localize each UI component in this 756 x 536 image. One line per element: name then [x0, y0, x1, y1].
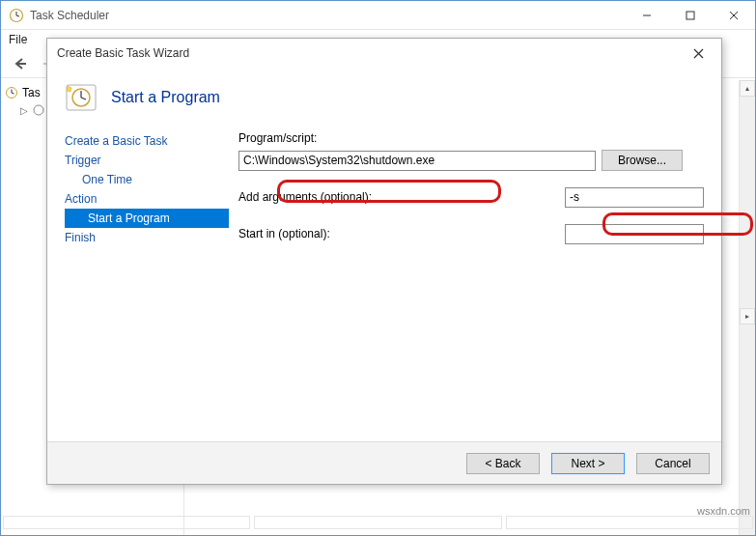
- form-area: Program/script: Browse... Add arguments …: [238, 131, 704, 421]
- startin-label: Start in (optional):: [238, 227, 565, 240]
- expander-icon[interactable]: ▷: [20, 105, 28, 116]
- minimize-button[interactable]: [625, 1, 668, 29]
- maximize-button[interactable]: [668, 1, 712, 29]
- svg-point-12: [34, 105, 43, 115]
- wizard-body: Create a Basic Task Trigger One Time Act…: [47, 131, 721, 421]
- wizard-dialog: Create Basic Task Wizard Start a Program…: [46, 38, 722, 485]
- step-finish[interactable]: Finish: [65, 228, 229, 247]
- watermark: wsxdn.com: [697, 505, 750, 517]
- step-action[interactable]: Action: [65, 189, 229, 209]
- tree-root-label: Tas: [22, 86, 41, 99]
- title-bar: Task Scheduler: [1, 1, 755, 30]
- startin-input[interactable]: [565, 224, 704, 244]
- dialog-footer: < Back Next > Cancel: [47, 441, 721, 484]
- step-trigger[interactable]: Trigger: [65, 151, 229, 170]
- scrollbar[interactable]: ▴ ▸: [739, 80, 755, 535]
- program-input[interactable]: [238, 151, 596, 171]
- wizard-icon: [65, 81, 98, 114]
- step-start-program[interactable]: Start a Program: [65, 209, 229, 228]
- app-icon: [9, 8, 24, 23]
- next-button[interactable]: Next >: [551, 453, 625, 474]
- dialog-title-bar: Create Basic Task Wizard: [47, 39, 721, 68]
- wizard-heading: Start a Program: [111, 89, 220, 106]
- cancel-button[interactable]: Cancel: [636, 453, 710, 474]
- dialog-title: Create Basic Task Wizard: [57, 46, 685, 60]
- window-title: Task Scheduler: [30, 9, 625, 22]
- dialog-close-button[interactable]: [685, 43, 712, 63]
- wizard-header: Start a Program: [47, 68, 721, 131]
- clock-icon: [5, 86, 18, 99]
- scroll-up-icon[interactable]: ▴: [740, 80, 755, 97]
- back-wizard-button[interactable]: < Back: [466, 453, 540, 474]
- status-strip: [1, 477, 755, 535]
- main-window: Task Scheduler File Tas ▷ ▴ ▸: [0, 0, 756, 536]
- step-create[interactable]: Create a Basic Task: [65, 131, 229, 151]
- step-onetime[interactable]: One Time: [65, 170, 229, 189]
- back-button[interactable]: [9, 52, 32, 75]
- browse-button[interactable]: Browse...: [602, 150, 683, 171]
- arguments-label: Add arguments (optional):: [238, 190, 565, 204]
- scroll-right-icon[interactable]: ▸: [740, 308, 755, 324]
- step-list: Create a Basic Task Trigger One Time Act…: [65, 131, 238, 421]
- folder-icon: [32, 103, 45, 117]
- program-label: Program/script:: [238, 131, 704, 145]
- svg-rect-4: [686, 12, 694, 19]
- menu-file[interactable]: File: [9, 33, 27, 46]
- close-button[interactable]: [712, 1, 755, 29]
- arguments-input[interactable]: [565, 187, 704, 208]
